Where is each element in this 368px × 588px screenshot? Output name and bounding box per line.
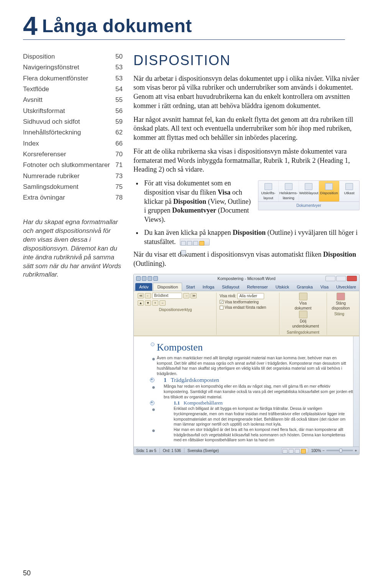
outline-bodytext[interactable]: Även om man marktäcker med allt lämpligt…	[157, 355, 354, 377]
collapse-icon	[299, 311, 307, 318]
zoom-control[interactable]: 100% −+	[311, 448, 357, 453]
checkbox-textformatting[interactable]: Visa textformatering	[220, 300, 276, 305]
vertical-scrollbar[interactable]	[353, 336, 359, 447]
quick-access-toolbar[interactable]	[136, 276, 158, 281]
text: (Outlining).	[133, 260, 166, 267]
outline-number: 1	[164, 377, 167, 383]
show-document-button[interactable]: Visa dokument	[292, 293, 314, 311]
label: Visa dokument	[295, 301, 312, 310]
toc-page: 50	[115, 52, 123, 62]
toc-page: 75	[115, 182, 123, 192]
ribbon-group-label: Samlingsdokument	[283, 330, 324, 335]
outline-bodytext[interactable]: Enklast och billigast är att bygga en ko…	[157, 406, 354, 427]
move-down-button[interactable]: ▼	[145, 300, 151, 306]
toc-label: Innehållsförteckning	[23, 128, 81, 138]
window-titlebar[interactable]: Kompostering - Microsoft Word	[134, 274, 359, 283]
mini-view-icon-outline[interactable]	[199, 241, 204, 246]
promote-button[interactable]: ←	[145, 293, 151, 298]
body-paragraph: När du arbetar i dispositionsvyn delas d…	[133, 74, 360, 111]
close-button[interactable]	[347, 276, 357, 281]
toc-page: 78	[115, 193, 123, 203]
outline-heading1[interactable]: Komposten	[157, 341, 354, 354]
redo-icon[interactable]	[153, 276, 158, 281]
toc-page: 66	[115, 139, 123, 149]
toc-page: 70	[115, 149, 123, 159]
toc-page: 59	[115, 117, 123, 127]
document-icon	[299, 293, 307, 300]
mini-view-icon[interactable]	[193, 241, 198, 246]
toc-page: 54	[115, 84, 123, 94]
text-bold: Visa	[218, 188, 230, 196]
zoom-slider-thumb[interactable]	[339, 449, 342, 452]
demote-button[interactable]: →	[183, 293, 189, 298]
toc-label: Samlingsdokument	[23, 182, 79, 192]
section-heading: DISPOSITION	[133, 51, 360, 70]
tab-view[interactable]: Visa	[317, 283, 332, 291]
bullet-item: För att visa dokumentet som en dispositi…	[144, 179, 360, 224]
view-icon[interactable]	[295, 449, 300, 454]
tab-insert[interactable]: Infoga	[199, 283, 219, 291]
label: Visa textformatering	[225, 300, 259, 305]
word-window-screenshot: Kompostering - Microsoft Word Arkiv Disp…	[133, 274, 360, 455]
toc-page: 53	[115, 74, 123, 84]
status-words[interactable]: Ord: 1 536	[163, 448, 181, 453]
outline-number: 1.1	[174, 400, 180, 406]
expand-button[interactable]: +	[152, 300, 158, 306]
checkbox-icon	[220, 300, 223, 304]
toc-label: Flera dokument­fönster	[23, 74, 88, 84]
toc-label: Navigeringsfönstret	[23, 62, 79, 72]
tab-file[interactable]: Arkiv	[135, 283, 152, 291]
tab-pagelayout[interactable]: Sidlayout	[218, 283, 243, 291]
show-level-select[interactable]: Alla nivåer	[237, 293, 264, 299]
outline-bodytext[interactable]: Många har redan en komposthög eller en l…	[157, 384, 354, 400]
mini-view-icon[interactable]	[181, 250, 186, 255]
bullet-item: Du kan även klicka på knappen Dispositio…	[144, 228, 360, 247]
status-page[interactable]: Sida: 1 av 5	[136, 448, 156, 453]
outline-document-area[interactable]: Komposten Även om man marktäcker med all…	[134, 336, 359, 447]
save-icon[interactable]	[142, 276, 146, 281]
toc-label: Index	[23, 139, 39, 149]
tab-review[interactable]: Granska	[293, 283, 317, 291]
minimize-button[interactable]	[325, 276, 335, 281]
ribbon-group-label: Dispositionsverktyg	[138, 307, 213, 312]
maximize-button[interactable]	[336, 276, 346, 281]
tab-developer[interactable]: Utvecklare	[332, 283, 360, 291]
status-language[interactable]: Svenska (Sverige)	[187, 448, 219, 453]
outline-bodytext[interactable]: Har man en stor trädgård är det bra att …	[157, 427, 354, 443]
view-icon[interactable]	[289, 449, 294, 454]
undo-icon[interactable]	[148, 276, 152, 281]
tab-outline[interactable]: Disposition	[153, 283, 182, 291]
tab-references[interactable]: Referenser	[243, 283, 271, 291]
outline-level-select[interactable]: Brödtext	[152, 293, 182, 299]
side-note: Har du skapat egna formatmallar och ange…	[23, 218, 123, 280]
move-up-button[interactable]: ▲	[138, 300, 144, 306]
body-paragraph: När du visar ett dokument i dispositions…	[133, 250, 360, 269]
outline-heading3[interactable]: Kompostbehållaren	[184, 400, 223, 406]
label: Stäng disposition	[332, 301, 350, 310]
status-view-switcher[interactable]	[281, 448, 308, 453]
page-number: 50	[23, 569, 31, 577]
collapse-button[interactable]: −	[159, 300, 166, 306]
close-icon	[337, 293, 345, 300]
outline-heading2[interactable]: Trädgårdskomposten	[171, 377, 219, 383]
promote-to-heading1-button[interactable]: ≪	[138, 293, 144, 298]
title-rule	[23, 39, 345, 40]
view-icon[interactable]	[301, 449, 306, 454]
mini-view-icon[interactable]	[187, 241, 192, 246]
toc-label: Utskriftsformat	[23, 106, 65, 116]
label: Visa nivå:	[220, 293, 236, 298]
mini-view-icon[interactable]	[181, 241, 186, 246]
chapter-number: 4	[23, 15, 38, 36]
toc-label: Fotnoter och slutkommentarer	[23, 160, 110, 170]
collapse-subdoc-button[interactable]: Dölj underdokument	[292, 311, 314, 329]
checkbox-firstlineonly[interactable]: Visa endast första raden	[220, 305, 276, 310]
toc-label: Sidhuvud och sidfot	[23, 117, 80, 127]
toc-label: Disposition	[23, 52, 55, 62]
ribbon-tabs: Arkiv Disposition Start Infoga Sidlayout…	[134, 283, 359, 291]
tab-mailings[interactable]: Utskick	[272, 283, 293, 291]
tab-start[interactable]: Start	[182, 283, 199, 291]
text: När du visar ett dokument i dispositions…	[133, 251, 323, 258]
close-outline-button[interactable]: Stäng disposition	[330, 293, 352, 311]
demote-to-body-button[interactable]: ≫	[191, 293, 197, 298]
view-icon[interactable]	[283, 449, 288, 454]
